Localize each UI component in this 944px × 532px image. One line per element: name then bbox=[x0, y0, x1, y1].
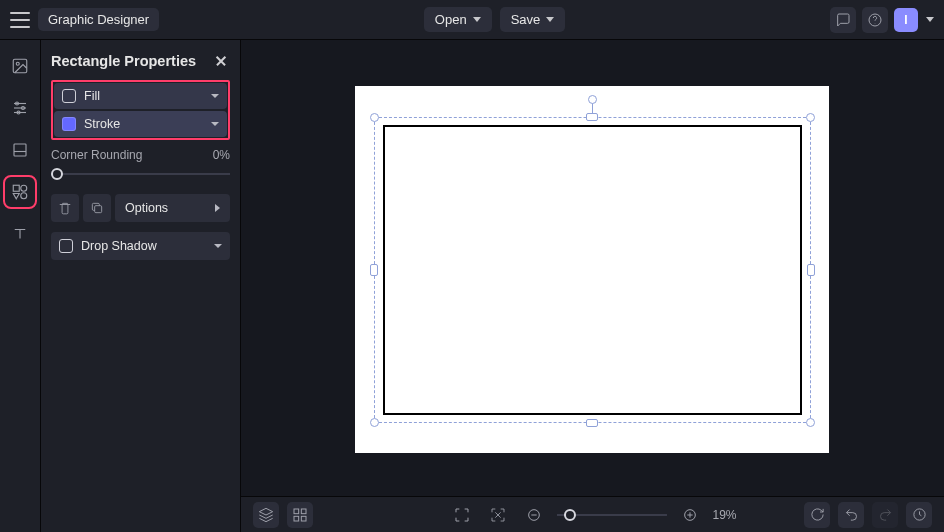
handle-e[interactable] bbox=[807, 264, 815, 276]
comment-button[interactable] bbox=[830, 7, 856, 33]
duplicate-button[interactable] bbox=[83, 194, 111, 222]
handle-s[interactable] bbox=[586, 419, 598, 427]
drop-shadow-property[interactable]: Drop Shadow bbox=[51, 232, 230, 260]
page[interactable] bbox=[355, 86, 829, 453]
rectangle-shape[interactable] bbox=[383, 125, 802, 415]
handle-nw[interactable] bbox=[370, 113, 379, 122]
svg-rect-12 bbox=[13, 185, 19, 191]
chevron-down-icon bbox=[214, 244, 222, 248]
chevron-right-icon bbox=[215, 204, 220, 212]
handle-ne[interactable] bbox=[806, 113, 815, 122]
chevron-down-icon[interactable] bbox=[926, 17, 934, 22]
svg-point-13 bbox=[21, 185, 27, 191]
drop-shadow-swatch bbox=[59, 239, 73, 253]
fullscreen-button[interactable] bbox=[448, 502, 474, 528]
svg-point-14 bbox=[21, 193, 27, 199]
svg-rect-19 bbox=[301, 516, 306, 521]
fill-swatch bbox=[62, 89, 76, 103]
image-tool[interactable] bbox=[6, 52, 34, 80]
handle-n[interactable] bbox=[586, 113, 598, 121]
options-label: Options bbox=[125, 201, 168, 215]
zoom-slider[interactable] bbox=[556, 506, 666, 524]
stroke-property[interactable]: Stroke bbox=[54, 111, 227, 137]
handle-w[interactable] bbox=[370, 264, 378, 276]
menu-icon[interactable] bbox=[10, 12, 30, 28]
corner-rounding-slider[interactable] bbox=[51, 164, 230, 184]
grid-button[interactable] bbox=[287, 502, 313, 528]
chevron-down-icon bbox=[473, 17, 481, 22]
svg-rect-15 bbox=[95, 206, 102, 213]
layers-button[interactable] bbox=[253, 502, 279, 528]
drop-shadow-label: Drop Shadow bbox=[81, 239, 206, 253]
fill-label: Fill bbox=[84, 89, 203, 103]
zoom-in-button[interactable] bbox=[676, 502, 702, 528]
chevron-down-icon bbox=[211, 94, 219, 98]
document-tool[interactable] bbox=[6, 136, 34, 164]
chevron-down-icon bbox=[211, 122, 219, 126]
open-button[interactable]: Open bbox=[424, 7, 492, 32]
svg-point-3 bbox=[16, 62, 19, 65]
canvas[interactable] bbox=[241, 40, 944, 496]
open-label: Open bbox=[435, 12, 467, 27]
corner-rounding-label: Corner Rounding bbox=[51, 148, 142, 162]
zoom-out-button[interactable] bbox=[520, 502, 546, 528]
text-tool[interactable] bbox=[6, 220, 34, 248]
stroke-label: Stroke bbox=[84, 117, 203, 131]
stroke-swatch bbox=[62, 117, 76, 131]
delete-button[interactable] bbox=[51, 194, 79, 222]
user-avatar[interactable]: I bbox=[894, 8, 918, 32]
adjustments-tool[interactable] bbox=[6, 94, 34, 122]
svg-rect-16 bbox=[294, 509, 299, 514]
svg-rect-17 bbox=[301, 509, 306, 514]
close-icon[interactable] bbox=[212, 52, 230, 70]
app-title: Graphic Designer bbox=[38, 8, 159, 31]
handle-sw[interactable] bbox=[370, 418, 379, 427]
undo-button[interactable] bbox=[838, 502, 864, 528]
svg-rect-10 bbox=[14, 144, 26, 156]
fit-button[interactable] bbox=[484, 502, 510, 528]
refresh-button[interactable] bbox=[804, 502, 830, 528]
save-button[interactable]: Save bbox=[500, 7, 566, 32]
help-button[interactable] bbox=[862, 7, 888, 33]
fill-property[interactable]: Fill bbox=[54, 83, 227, 109]
fill-stroke-highlight: Fill Stroke bbox=[51, 80, 230, 140]
rotation-handle[interactable] bbox=[588, 95, 597, 104]
svg-rect-18 bbox=[294, 516, 299, 521]
options-button[interactable]: Options bbox=[115, 194, 230, 222]
corner-rounding-value: 0% bbox=[213, 148, 230, 162]
redo-button[interactable] bbox=[872, 502, 898, 528]
chevron-down-icon bbox=[546, 17, 554, 22]
svg-point-1 bbox=[875, 23, 876, 24]
shapes-tool[interactable] bbox=[6, 178, 34, 206]
panel-title: Rectangle Properties bbox=[51, 53, 196, 69]
handle-se[interactable] bbox=[806, 418, 815, 427]
history-button[interactable] bbox=[906, 502, 932, 528]
zoom-value: 19% bbox=[712, 508, 736, 522]
save-label: Save bbox=[511, 12, 541, 27]
